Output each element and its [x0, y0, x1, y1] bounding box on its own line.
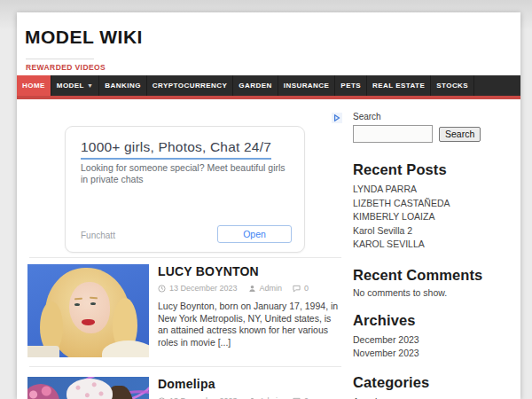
- nav-item-insurance[interactable]: INSURANCE: [278, 75, 336, 96]
- nav-item-model[interactable]: MODEL▼: [51, 75, 100, 96]
- chevron-down-icon: ▼: [87, 82, 93, 89]
- nav-item-cryptocurrency[interactable]: CRYPTOCURRENCY: [147, 75, 234, 96]
- site-tagline: REWARDED VIDEOS: [26, 63, 106, 72]
- page-container: MODEL WIKI REWARDED VIDEOS HOME MODEL▼ B…: [17, 12, 520, 399]
- title-divider: [26, 59, 94, 59]
- nav-item-stocks[interactable]: STOCKS: [431, 75, 474, 96]
- ad-headline-link[interactable]: 1000+ girls, Photos, Chat 24/7: [81, 139, 271, 160]
- post-thumbnail[interactable]: [27, 264, 149, 357]
- post-meta: 13 December 2023 Admin 0: [158, 284, 340, 293]
- post-comment-count: 0: [304, 284, 309, 293]
- recent-posts-heading: Recent Posts: [353, 161, 511, 178]
- post-domelipa: Domelipa 13 December 2023 Admin 0: [27, 377, 340, 399]
- recent-post-link[interactable]: Karol Sevilla 2: [353, 224, 511, 239]
- adchoices-icon[interactable]: [332, 113, 342, 123]
- nav-accent-strip: [17, 96, 520, 99]
- search-button[interactable]: Search: [439, 127, 481, 142]
- post-author: Admin: [260, 284, 283, 293]
- nav-item-banking[interactable]: BANKING: [99, 75, 146, 96]
- search-label: Search: [353, 112, 511, 121]
- nav-item-pets[interactable]: PETS: [335, 75, 367, 96]
- post-date: 13 December 2023: [169, 284, 238, 293]
- recent-post-link[interactable]: KIMBERLY LOAIZA: [353, 210, 511, 224]
- search-input[interactable]: [353, 125, 433, 143]
- user-icon: [248, 285, 256, 293]
- ad-brand-name: Funchatt: [81, 231, 115, 240]
- clock-icon: [158, 285, 166, 293]
- post-thumbnail[interactable]: [27, 377, 149, 399]
- categories-heading: Categories: [353, 374, 511, 391]
- main-nav: HOME MODEL▼ BANKING CRYPTOCURRENCY GARDE…: [17, 75, 520, 96]
- archive-link[interactable]: December 2023: [353, 333, 511, 348]
- post-lucy-boynton: LUCY BOYNTON 13 December 2023 Admin 0 Lu…: [27, 264, 340, 362]
- ad-description: Looking for someone special? Meet beauti…: [81, 162, 286, 185]
- post-divider: [29, 366, 341, 367]
- no-comments-text: No comments to show.: [353, 287, 511, 298]
- post-divider: [29, 257, 341, 258]
- nav-item-real-estate[interactable]: REAL ESTATE: [367, 75, 431, 96]
- sidebar: Search Search Recent Posts LYNDA PARRA L…: [353, 112, 511, 399]
- ad-open-button[interactable]: Open: [217, 225, 292, 243]
- post-title[interactable]: Domelipa: [158, 377, 340, 391]
- category-link[interactable]: American: [353, 395, 511, 399]
- comment-icon: [293, 285, 301, 293]
- post-title[interactable]: LUCY BOYNTON: [158, 264, 340, 278]
- recent-comments-heading: Recent Comments: [353, 267, 511, 284]
- site-title[interactable]: MODEL WIKI: [25, 27, 143, 48]
- recent-post-link[interactable]: KAROL SEVILLA: [353, 238, 511, 252]
- post-excerpt: Lucy Boynton, born on January 17, 1994, …: [158, 301, 340, 348]
- recent-post-link[interactable]: LIZBETH CASTAÑEDA: [353, 197, 511, 211]
- ad-banner: 1000+ girls, Photos, Chat 24/7 Looking f…: [65, 126, 305, 253]
- nav-item-garden[interactable]: GARDEN: [233, 75, 278, 96]
- archive-link[interactable]: November 2023: [353, 347, 511, 361]
- archives-heading: Archives: [353, 312, 511, 329]
- recent-post-link[interactable]: LYNDA PARRA: [353, 183, 511, 197]
- nav-item-home[interactable]: HOME: [17, 75, 51, 96]
